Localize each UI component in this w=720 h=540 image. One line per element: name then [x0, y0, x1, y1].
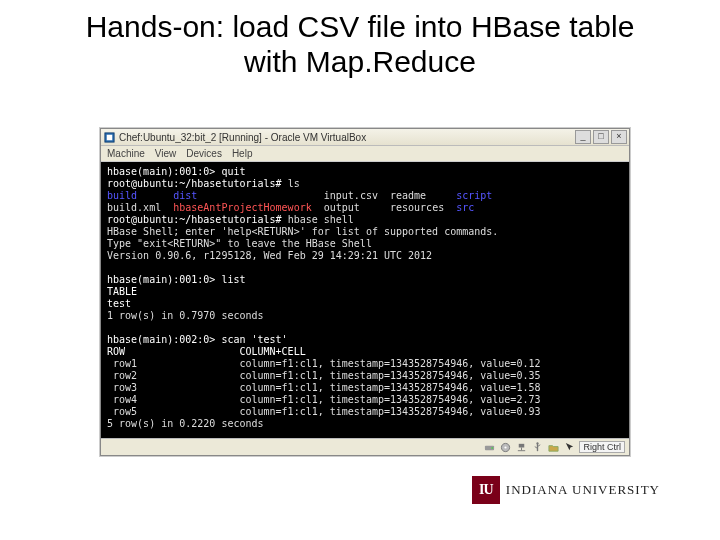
svg-rect-7: [521, 447, 522, 450]
svg-rect-6: [519, 443, 525, 447]
terminal-line: hbase(main):002:0> scan 'test': [107, 334, 288, 345]
shell-prompt: root@ubuntu:~/hbasetutorials#: [107, 214, 282, 225]
terminal-line: 5 row(s) in 0.2220 seconds: [107, 418, 264, 429]
table-row: row2 column=f1:cl1, timestamp=1343528754…: [107, 370, 540, 381]
ls-file: build.xml: [107, 202, 173, 213]
mouse-icon: [563, 441, 575, 453]
iu-logo-icon: IU: [472, 476, 500, 504]
menubar: Machine View Devices Help: [101, 146, 629, 162]
table-row: row1 column=f1:cl1, timestamp=1343528754…: [107, 358, 540, 369]
table-row: row3 column=f1:cl1, timestamp=1343528754…: [107, 382, 540, 393]
usb-icon: [531, 441, 543, 453]
titlebar[interactable]: Chef:Ubuntu_32:bit_2 [Running] - Oracle …: [101, 129, 629, 146]
ls-dir: script: [456, 190, 492, 201]
shared-folders-icon: [547, 441, 559, 453]
vm-window: Chef:Ubuntu_32:bit_2 [Running] - Oracle …: [100, 128, 630, 456]
svg-point-9: [536, 442, 538, 444]
ls-file: output resources: [312, 202, 457, 213]
close-button[interactable]: ×: [611, 130, 627, 144]
menu-help[interactable]: Help: [232, 148, 253, 159]
host-key-label: Right Ctrl: [579, 441, 625, 453]
vbox-icon: [103, 131, 115, 143]
brand-name: INDIANA UNIVERSITY: [506, 482, 660, 498]
svg-rect-1: [106, 134, 112, 140]
terminal-line: hbase(main):001:0> quit: [107, 166, 245, 177]
ls-file: input.csv readme: [324, 190, 456, 201]
ls-file: hbaseAntProjectHomework: [173, 202, 311, 213]
table-row: row4 column=f1:cl1, timestamp=1343528754…: [107, 394, 540, 405]
terminal-line: hbase shell: [282, 214, 354, 225]
maximize-button[interactable]: □: [593, 130, 609, 144]
slide-title: Hands-on: load CSV file into HBase table…: [0, 0, 720, 85]
optical-icon: [499, 441, 511, 453]
terminal-line: test: [107, 298, 131, 309]
table-row: row5 column=f1:cl1, timestamp=1343528754…: [107, 406, 540, 417]
terminal-line: 1 row(s) in 0.7970 seconds: [107, 310, 264, 321]
svg-rect-8: [518, 450, 525, 451]
terminal-line: HBase Shell; enter 'help<RETURN>' for li…: [107, 226, 498, 237]
svg-point-3: [491, 447, 493, 449]
window-title: Chef:Ubuntu_32:bit_2 [Running] - Oracle …: [119, 132, 366, 143]
menu-machine[interactable]: Machine: [107, 148, 145, 159]
terminal-line: TABLE: [107, 286, 137, 297]
svg-point-5: [504, 446, 506, 448]
brand: IU INDIANA UNIVERSITY: [472, 476, 660, 504]
menu-view[interactable]: View: [155, 148, 177, 159]
shell-prompt: root@ubuntu:~/hbasetutorials#: [107, 178, 282, 189]
terminal-line: Version 0.90.6, r1295128, Wed Feb 29 14:…: [107, 250, 432, 261]
terminal[interactable]: hbase(main):001:0> quit root@ubuntu:~/hb…: [101, 162, 629, 438]
network-icon: [515, 441, 527, 453]
menu-devices[interactable]: Devices: [186, 148, 222, 159]
terminal-line: ls: [282, 178, 300, 189]
ls-dir: src: [456, 202, 474, 213]
ls-dir: dist: [173, 190, 197, 201]
statusbar: Right Ctrl: [101, 438, 629, 455]
terminal-line: hbase(main):001:0> list: [107, 274, 245, 285]
ls-dir: build: [107, 190, 137, 201]
terminal-line: ROW COLUMN+CELL: [107, 346, 306, 357]
terminal-line: Type "exit<RETURN>" to leave the HBase S…: [107, 238, 372, 249]
minimize-button[interactable]: _: [575, 130, 591, 144]
hdd-icon: [483, 441, 495, 453]
